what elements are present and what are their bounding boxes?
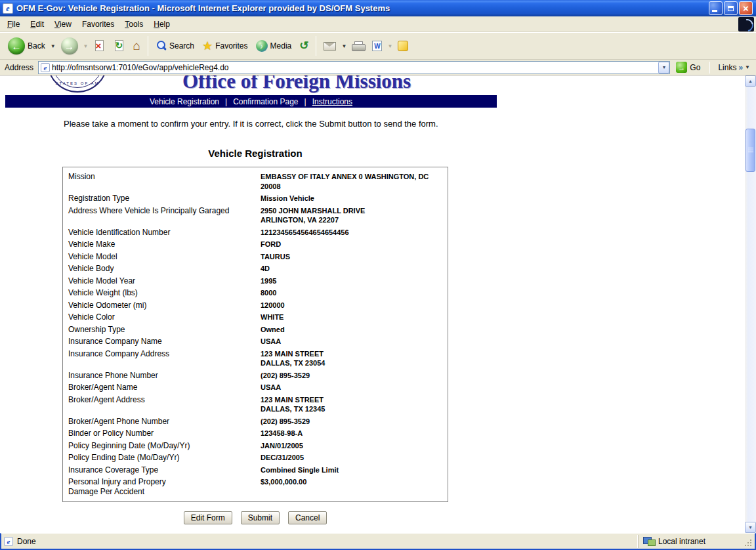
forward-icon: →	[61, 37, 78, 54]
print-button[interactable]	[348, 34, 368, 58]
window-title: OFM E-Gov: Vehicle Registration - Micros…	[16, 3, 705, 13]
print-icon	[352, 41, 364, 51]
links-button[interactable]: Links » ▼	[716, 63, 753, 72]
minimize-icon	[712, 10, 717, 12]
menu-favorites[interactable]: Favorites	[77, 17, 119, 32]
menu-view[interactable]: View	[49, 17, 77, 32]
field-label: Insurance Phone Number	[68, 371, 261, 381]
media-button[interactable]: ♪ Media	[252, 34, 296, 58]
back-dropdown[interactable]: ▼	[49, 34, 57, 58]
field-label: Insurance Company Name	[68, 337, 261, 347]
messenger-button[interactable]	[394, 34, 412, 58]
field-label: Policy Beginning Date (Mo/Day/Yr)	[68, 441, 261, 451]
nav-vehicle-registration[interactable]: Vehicle Registration	[150, 97, 219, 106]
field-label: Binder or Policy Number	[68, 429, 261, 438]
field-label: Registration Type	[68, 194, 261, 203]
address-label: Address	[3, 63, 35, 72]
scrollbar-track[interactable]	[745, 87, 756, 522]
field-row: Vehicle Weight (lbs)8000	[68, 287, 445, 299]
field-value: 4D	[261, 264, 445, 274]
field-label: Vehicle Body	[68, 264, 261, 274]
field-value: 1995	[261, 276, 445, 286]
close-button[interactable]: ×	[739, 1, 753, 15]
resize-grip[interactable]	[743, 538, 753, 547]
page-nav: Vehicle Registration|Confirmation Page|I…	[5, 95, 497, 108]
field-row: Ownership TypeOwned	[68, 324, 445, 336]
field-value: (202) 895-3529	[261, 417, 445, 427]
favorites-button[interactable]: ★ Favorites	[198, 34, 252, 58]
refresh-button[interactable]: ↻	[110, 34, 129, 58]
app-icon: e	[3, 3, 13, 14]
field-row: Insurance Coverage TypeCombined Single L…	[68, 464, 445, 476]
star-icon: ★	[202, 40, 213, 52]
chevron-right-icon: »	[738, 63, 743, 72]
forward-dropdown[interactable]: ▼	[82, 34, 90, 58]
search-button[interactable]: Search	[152, 34, 198, 58]
address-dropdown[interactable]: ▼	[658, 62, 669, 74]
chevron-down-icon: ▼	[387, 43, 392, 49]
menu-edit[interactable]: Edit	[25, 17, 49, 32]
confirm-message: Please take a moment to confirm your ent…	[64, 119, 438, 129]
field-value: 1212345654564654654456	[261, 228, 445, 238]
scroll-up-button[interactable]: ▲	[745, 75, 756, 87]
field-value: 120000	[261, 301, 445, 310]
toolbar: ← Back ▼ → ▼ × ↻ ⌂ Search ★ Favorites ♪ …	[0, 32, 756, 60]
mail-button[interactable]	[320, 34, 340, 58]
go-label: Go	[690, 63, 700, 72]
nav-confirmation-page[interactable]: Confirmation Page	[233, 97, 298, 106]
title-bar: e OFM E-Gov: Vehicle Registration - Micr…	[0, 0, 756, 16]
history-icon: ↺	[299, 40, 308, 52]
address-input[interactable]	[50, 63, 658, 72]
toolbar-separator	[148, 36, 148, 56]
go-button[interactable]: → Go	[673, 61, 704, 74]
favorites-label: Favorites	[215, 41, 247, 51]
field-label: Personal Injury and Propery Damage Per A…	[68, 477, 261, 496]
nav-instructions[interactable]: Instructions	[312, 97, 352, 106]
chevron-down-icon: ▼	[341, 43, 346, 49]
field-value: 8000	[261, 288, 445, 298]
back-button[interactable]: ← Back	[4, 34, 49, 58]
menu-tools[interactable]: Tools	[119, 17, 148, 32]
scroll-down-button[interactable]: ▼	[745, 522, 756, 533]
field-row: Broker/Agent NameUSAA	[68, 381, 445, 394]
page-icon: e	[4, 537, 13, 546]
field-row: Vehicle Identification Number12123456545…	[68, 226, 445, 239]
restore-icon	[728, 6, 734, 11]
edit-form-button[interactable]: Edit Form	[184, 511, 232, 524]
vertical-scrollbar[interactable]: ▲ ▼	[745, 75, 756, 533]
edit-dropdown[interactable]: ▼	[386, 34, 394, 58]
field-label: Insurance Coverage Type	[68, 465, 261, 475]
menu-bar: FileEditViewFavoritesToolsHelp	[0, 16, 756, 32]
restore-button[interactable]	[724, 1, 738, 15]
toolbar-separator	[316, 36, 316, 56]
field-value: EMBASSY OF ITALY ANNEX 0 WASHINGTON, DC …	[261, 172, 445, 191]
field-value: WHITE	[261, 312, 445, 322]
field-row: Insurance Company Address123 MAIN STREET…	[68, 348, 445, 370]
security-zone-panel: Local intranet	[638, 535, 743, 548]
browser-window: e OFM E-Gov: Vehicle Registration - Micr…	[0, 0, 756, 550]
cancel-button[interactable]: Cancel	[288, 511, 327, 524]
scrollbar-thumb[interactable]	[746, 129, 755, 172]
home-button[interactable]: ⌂	[129, 34, 144, 58]
menu-help[interactable]: Help	[148, 17, 175, 32]
field-label: Vehicle Odometer (mi)	[68, 301, 261, 310]
field-value: TAURUS	[261, 252, 445, 262]
minimize-button[interactable]	[709, 1, 723, 15]
stop-button[interactable]: ×	[90, 34, 110, 58]
search-icon	[156, 40, 167, 52]
menu-file[interactable]: File	[2, 17, 25, 32]
page-viewport: STATES OF AM Office of Foreign Missions …	[0, 75, 756, 533]
field-row: Broker/Agent Address123 MAIN STREET DALL…	[68, 394, 445, 415]
history-button[interactable]: ↺	[295, 34, 312, 58]
chevron-down-icon: ▼	[745, 64, 750, 70]
edit-with-word-button[interactable]: W	[368, 34, 386, 58]
submit-button[interactable]: Submit	[241, 511, 280, 524]
forward-button[interactable]: →	[57, 34, 82, 58]
field-value: (202) 895-3529	[261, 371, 445, 381]
field-row: Personal Injury and Propery Damage Per A…	[68, 476, 445, 497]
nav-separator: |	[304, 97, 306, 106]
home-icon: ⌂	[133, 39, 140, 53]
address-bar: Address e ▼ → Go Links » ▼	[0, 60, 756, 75]
mail-icon	[324, 42, 336, 51]
mail-dropdown[interactable]: ▼	[340, 34, 348, 58]
